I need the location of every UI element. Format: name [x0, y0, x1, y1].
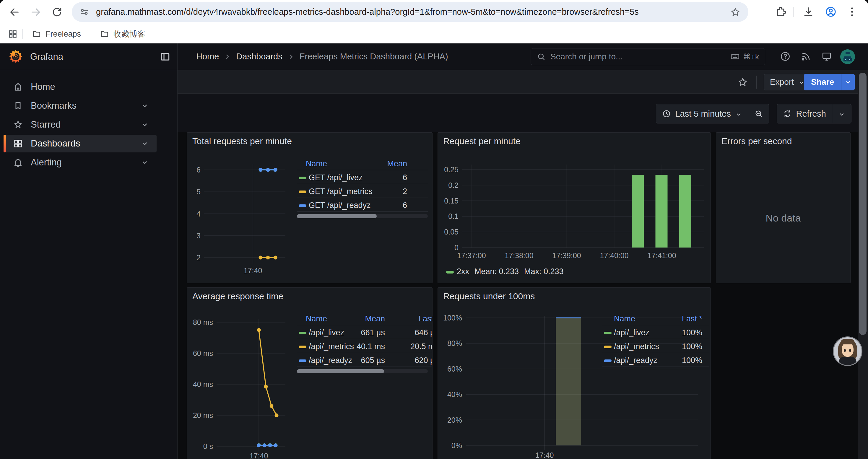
share-button[interactable]: Share: [804, 74, 841, 90]
breadcrumb-home[interactable]: Home: [196, 52, 219, 61]
breadcrumb-dashboards[interactable]: Dashboards: [236, 52, 282, 61]
svg-text:17:41:00: 17:41:00: [647, 251, 676, 260]
breadcrumb: Home Dashboards Freeleaps Metrics Dashbo…: [196, 43, 448, 70]
legend-header-name[interactable]: Name: [614, 314, 635, 323]
sidebar-item-alerting[interactable]: Alerting: [4, 154, 157, 171]
back-button[interactable]: [9, 6, 20, 18]
share-menu-button[interactable]: [841, 74, 855, 90]
chevron-down-icon[interactable]: [141, 102, 149, 110]
series-swatch[interactable]: [604, 332, 612, 334]
svg-text:60%: 60%: [447, 365, 462, 373]
legend-header-name[interactable]: Name: [306, 314, 327, 323]
refresh-interval-button[interactable]: [832, 104, 851, 123]
bookmark-folder-freeleaps[interactable]: Freeleaps: [32, 29, 81, 39]
grafana-logo-icon[interactable]: [8, 49, 23, 64]
svg-text:20%: 20%: [447, 416, 462, 424]
mega-menu: Home Bookmarks Starred Dashboards Alerti…: [0, 70, 178, 459]
header-brand-section: Grafana: [0, 43, 178, 70]
bookmark-folder-blogs[interactable]: 收藏博客: [100, 29, 145, 39]
panel-total-requests: Total requests per minute 2345617:40 Nam…: [187, 132, 433, 283]
sidebar-item-home[interactable]: Home: [4, 78, 157, 96]
avatar-art: [840, 339, 855, 345]
keyboard-icon: [730, 52, 740, 62]
svg-text:17:37:00: 17:37:00: [457, 251, 486, 260]
series-swatch[interactable]: [604, 346, 612, 348]
legend-mean-value: 2: [352, 187, 407, 196]
url-text[interactable]: grafana.mathmast.com/d/deytv4rwavabkb/fr…: [96, 7, 730, 17]
legend-header-mean[interactable]: Mean: [352, 159, 407, 168]
svg-text:0.15: 0.15: [444, 197, 459, 205]
svg-text:60 ms: 60 ms: [193, 349, 213, 357]
avg-response-chart: 0 s20 ms40 ms60 ms80 ms17:40: [187, 288, 433, 459]
chevron-down-icon[interactable]: [141, 158, 149, 167]
refresh-label: Refresh: [796, 109, 826, 119]
favorite-star-icon[interactable]: [737, 77, 748, 88]
news-rss-icon[interactable]: [801, 51, 811, 62]
profile-icon[interactable]: [825, 6, 837, 18]
zoom-out-button[interactable]: [748, 104, 769, 123]
bookmark-star-icon[interactable]: [730, 7, 741, 18]
legend-header-mean[interactable]: Mean: [346, 314, 385, 323]
legend-mean: Mean: 0.233: [474, 267, 519, 276]
legend-series-name[interactable]: /api/_livez: [309, 328, 344, 337]
series-swatch[interactable]: [299, 204, 306, 207]
monitor-icon[interactable]: [821, 51, 832, 62]
sidebar-item-dashboards[interactable]: Dashboards: [4, 135, 157, 153]
series-swatch[interactable]: [299, 332, 306, 334]
svg-text:2: 2: [196, 254, 200, 262]
search-icon: [537, 52, 546, 61]
search-input[interactable]: Search or jump to... ⌘+k: [531, 48, 765, 65]
chevron-down-icon[interactable]: [141, 121, 149, 129]
panel-title[interactable]: Errors per second: [721, 136, 792, 146]
mega-menu-dock-icon[interactable]: [159, 51, 171, 62]
series-swatch[interactable]: [299, 346, 306, 348]
assistant-avatar[interactable]: [834, 337, 862, 365]
help-icon[interactable]: [780, 51, 790, 62]
refresh-button[interactable]: Refresh: [777, 104, 832, 123]
page-scrollbar-thumb[interactable]: [859, 73, 867, 335]
bookmark-label: Freeleaps: [45, 30, 81, 39]
bookmarks-bar: Freeleaps 收藏博客: [0, 25, 868, 43]
svg-text:17:40: 17:40: [250, 452, 268, 459]
series-swatch[interactable]: [299, 191, 306, 193]
legend-header-last[interactable]: Last *: [642, 314, 702, 323]
forward-button[interactable]: [30, 6, 41, 18]
grafana-header: Grafana Home Dashboards Freeleaps Metric…: [0, 43, 868, 70]
extensions-icon[interactable]: [775, 6, 786, 18]
legend-header-name[interactable]: Name: [306, 159, 327, 168]
time-controls-bar: Last 5 minutes Refresh: [178, 94, 868, 132]
series-swatch[interactable]: [446, 271, 454, 273]
reload-button[interactable]: [52, 6, 63, 18]
sidebar-item-bookmarks[interactable]: Bookmarks: [4, 97, 157, 114]
svg-text:0.25: 0.25: [444, 165, 459, 174]
download-icon[interactable]: [802, 6, 814, 18]
series-swatch[interactable]: [604, 359, 612, 362]
legend-scrollbar-thumb[interactable]: [297, 214, 377, 218]
star-icon: [13, 120, 23, 130]
svg-text:0.05: 0.05: [444, 228, 459, 236]
svg-text:3: 3: [196, 232, 200, 240]
refresh-icon: [783, 109, 792, 118]
legend-scrollbar-thumb[interactable]: [297, 369, 384, 373]
legend-mean-value: 661 µs: [346, 328, 385, 337]
legend-series-name[interactable]: /api/_readyz: [309, 356, 352, 365]
series-swatch[interactable]: [299, 177, 306, 179]
legend-series-name[interactable]: 2xx: [457, 267, 469, 276]
refresh-group: Refresh: [777, 104, 851, 124]
site-settings-icon[interactable]: [80, 7, 90, 17]
export-label: Export: [770, 77, 794, 87]
chevron-down-icon[interactable]: [141, 139, 149, 148]
bell-icon: [13, 157, 23, 167]
user-avatar[interactable]: [840, 49, 855, 64]
svg-text:17:38:00: 17:38:00: [505, 251, 533, 260]
sidebar-item-starred[interactable]: Starred: [4, 116, 157, 133]
series-swatch[interactable]: [299, 359, 306, 362]
apps-grid-icon[interactable]: [8, 29, 18, 39]
legend-header-last[interactable]: Last *: [394, 314, 433, 323]
time-range-label: Last 5 minutes: [675, 109, 731, 119]
browser-menu-icon[interactable]: [846, 6, 858, 18]
time-range-picker[interactable]: Last 5 minutes: [656, 104, 748, 123]
svg-text:0.2: 0.2: [448, 181, 459, 189]
url-bar[interactable]: grafana.mathmast.com/d/deytv4rwavabkb/fr…: [72, 2, 748, 22]
time-range-group: Last 5 minutes: [656, 104, 769, 124]
